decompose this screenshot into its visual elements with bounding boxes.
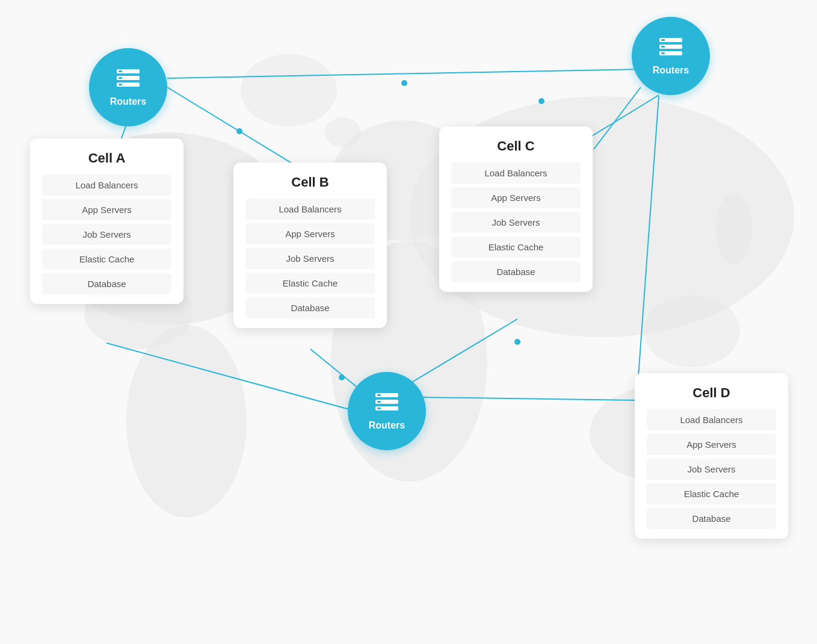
cell-b-title: Cell B <box>245 175 375 190</box>
cell-a-row-3: Elastic Cache <box>42 249 171 270</box>
svg-rect-42 <box>377 394 381 396</box>
router-b-label: Routers <box>653 65 689 76</box>
router-a: Routers <box>89 48 167 126</box>
cell-a-card: Cell A Load Balancers App Servers Job Se… <box>30 138 183 304</box>
cell-b-card: Cell B Load Balancers App Servers Job Se… <box>233 163 387 328</box>
cell-c-card: Cell C Load Balancers App Servers Job Se… <box>439 126 593 292</box>
svg-point-10 <box>716 193 752 265</box>
cell-a-row-0: Load Balancers <box>42 175 171 196</box>
router-c-icon <box>374 392 399 418</box>
cell-b-row-3: Elastic Cache <box>245 273 375 294</box>
cell-b-row-1: App Servers <box>245 223 375 244</box>
svg-point-8 <box>241 54 337 126</box>
cell-c-row-1: App Servers <box>451 187 581 208</box>
svg-rect-32 <box>119 77 122 79</box>
cell-c-row-2: Job Servers <box>451 212 581 233</box>
svg-rect-34 <box>119 84 122 85</box>
svg-rect-44 <box>377 401 381 403</box>
cell-a-title: Cell A <box>42 150 171 166</box>
cell-c-row-0: Load Balancers <box>451 163 581 184</box>
svg-rect-40 <box>661 52 665 54</box>
cell-d-row-4: Database <box>647 508 776 529</box>
cell-c-title: Cell C <box>451 138 581 154</box>
cell-c-row-3: Elastic Cache <box>451 237 581 258</box>
svg-rect-30 <box>119 70 122 72</box>
cell-c-row-4: Database <box>451 261 581 282</box>
svg-rect-38 <box>661 46 665 48</box>
svg-point-3 <box>126 325 247 518</box>
svg-point-11 <box>644 295 740 367</box>
cell-b-row-4: Database <box>245 297 375 318</box>
cell-b-row-0: Load Balancers <box>245 199 375 220</box>
svg-rect-36 <box>661 39 665 41</box>
cell-d-row-2: Job Servers <box>647 459 776 480</box>
router-b-icon <box>658 37 683 63</box>
cell-d-row-1: App Servers <box>647 434 776 455</box>
cell-a-row-2: Job Servers <box>42 224 171 245</box>
cell-b-row-2: Job Servers <box>245 248 375 269</box>
router-a-icon <box>116 68 141 94</box>
router-b: Routers <box>632 17 710 95</box>
router-c: Routers <box>348 372 426 450</box>
cell-d-card: Cell D Load Balancers App Servers Job Se… <box>635 373 788 539</box>
cell-d-row-3: Elastic Cache <box>647 483 776 504</box>
cell-d-row-0: Load Balancers <box>647 409 776 430</box>
cell-a-row-4: Database <box>42 273 171 294</box>
cell-a-row-1: App Servers <box>42 199 171 220</box>
router-c-label: Routers <box>369 420 405 431</box>
router-a-label: Routers <box>110 96 146 107</box>
svg-point-9 <box>325 117 361 147</box>
cell-d-title: Cell D <box>647 385 776 401</box>
svg-rect-46 <box>377 407 381 409</box>
